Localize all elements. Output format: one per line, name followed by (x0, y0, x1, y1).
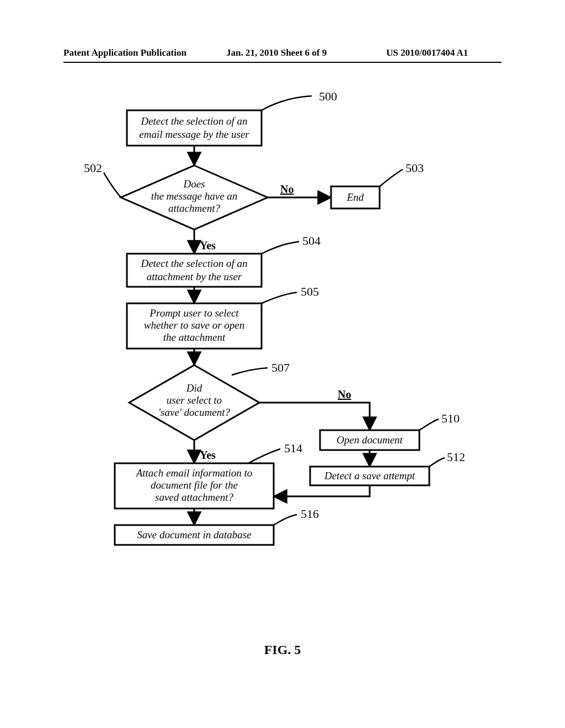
leader-503 (380, 169, 403, 186)
node-514-text-l3: saved attachment? (155, 491, 233, 503)
node-512-text: Detect a save attempt (324, 470, 415, 481)
node-502-text-l1: Does (183, 178, 205, 190)
node-504-text-l1: Detect the selection of an (140, 258, 247, 269)
node-505-text-l2: whether to save or open (144, 319, 245, 331)
leader-502 (104, 173, 121, 197)
node-516-text: Save document in database (137, 529, 251, 540)
ref-507: 507 (271, 361, 290, 374)
node-500-text-l1: Detect the selection of an (140, 115, 247, 127)
node-514-text-l2: document file for the (151, 479, 238, 491)
ref-504: 504 (302, 234, 321, 248)
node-514-text-l1: Attach email information to (135, 467, 253, 479)
node-500-text-l2: email message by the user (139, 129, 249, 140)
node-505-text-l1: Prompt user to select (149, 307, 239, 319)
header-rule (63, 62, 502, 63)
ref-510: 510 (441, 411, 460, 425)
page-header: Patent Application Publication Jan. 21, … (0, 47, 565, 62)
node-504-text-l2: attachment by the user (147, 271, 242, 282)
figure-label: FIG. 5 (0, 643, 565, 657)
branch-507-yes: Yes (200, 449, 216, 461)
leader-512 (429, 458, 445, 467)
page: Patent Application Publication Jan. 21, … (0, 0, 565, 728)
branch-502-yes: Yes (200, 239, 216, 251)
leader-504 (262, 242, 299, 254)
flowchart: Detect the selection of an email message… (0, 77, 565, 684)
node-507-text-l1: Did (186, 382, 202, 394)
leader-500 (262, 96, 312, 110)
ref-503: 503 (406, 161, 424, 175)
node-503-text: End (347, 191, 364, 203)
ref-512: 512 (447, 450, 465, 464)
node-505-text-l3: the attachment (163, 331, 226, 343)
ref-505: 505 (301, 285, 319, 298)
header-right: US 2010/0017404 A1 (386, 47, 468, 58)
node-502-text-l2: the message have an (151, 190, 238, 202)
arrow-512-514 (274, 485, 370, 496)
node-507-text-l3: 'save' document? (158, 406, 231, 418)
leader-514 (248, 449, 280, 463)
branch-507-no: No (338, 388, 351, 400)
header-left: Patent Application Publication (63, 47, 186, 58)
branch-502-no: No (280, 183, 294, 195)
arrow-507-510 (259, 403, 370, 430)
ref-514: 514 (284, 441, 302, 455)
ref-502: 502 (84, 161, 102, 175)
leader-507 (232, 368, 268, 375)
node-502-text-l3: attachment? (168, 202, 220, 214)
ref-516: 516 (301, 507, 319, 521)
node-510-text: Open document (337, 434, 403, 446)
leader-505 (262, 292, 297, 303)
leader-510 (419, 419, 439, 430)
leader-516 (274, 515, 297, 525)
header-center: Jan. 21, 2010 Sheet 6 of 9 (226, 47, 327, 58)
node-507-text-l2: user select to (167, 394, 222, 406)
ref-500: 500 (319, 89, 337, 103)
